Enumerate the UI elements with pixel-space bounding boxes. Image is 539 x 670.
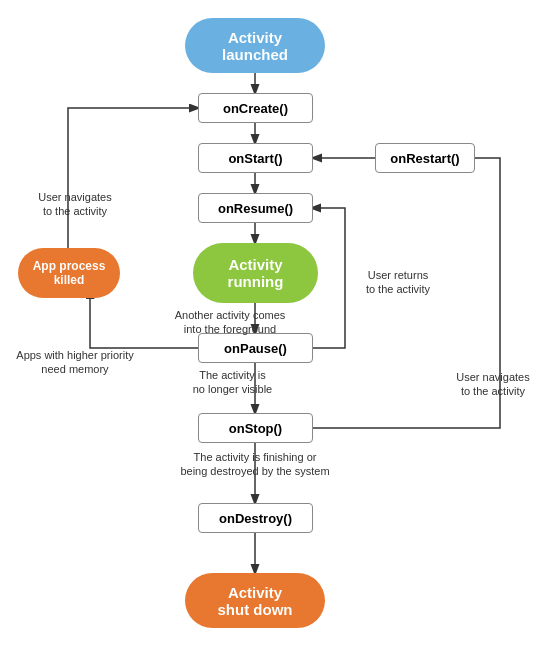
activity-launched-node: Activity launched <box>185 18 325 73</box>
label-activity-finishing: The activity is finishing or being destr… <box>145 450 365 479</box>
on-restart-node: onRestart() <box>375 143 475 173</box>
on-stop-node: onStop() <box>198 413 313 443</box>
label-user-returns: User returns to the activity <box>348 268 448 297</box>
on-destroy-node: onDestroy() <box>198 503 313 533</box>
activity-running-node: Activity running <box>193 243 318 303</box>
label-user-navigates-right: User navigates to the activity <box>448 370 538 399</box>
label-user-navigates-to: User navigates to the activity <box>20 190 130 219</box>
on-pause-node: onPause() <box>198 333 313 363</box>
label-another-activity: Another activity comes into the foregrou… <box>155 308 305 337</box>
app-process-killed-node: App process killed <box>18 248 120 298</box>
label-apps-higher-priority: Apps with higher priority need memory <box>10 348 140 377</box>
activity-shut-down-node: Activity shut down <box>185 573 325 628</box>
on-create-node: onCreate() <box>198 93 313 123</box>
on-start-node: onStart() <box>198 143 313 173</box>
activity-lifecycle-diagram: Activity launched onCreate() onStart() o… <box>0 0 539 670</box>
on-resume-node: onResume() <box>198 193 313 223</box>
label-activity-no-longer: The activity is no longer visible <box>155 368 310 397</box>
